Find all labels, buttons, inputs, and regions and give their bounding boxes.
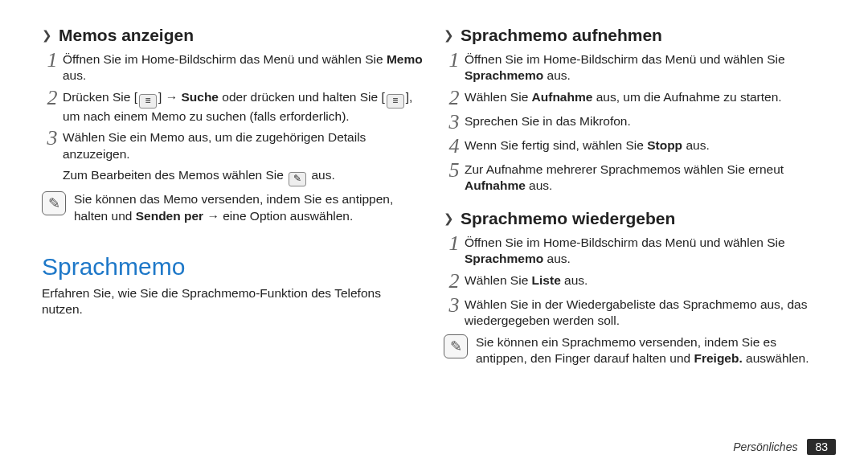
mid: ] →	[158, 90, 181, 104]
step-number: 5	[444, 160, 465, 181]
step-number: 3	[444, 112, 465, 133]
page-footer: Persönliches 83	[733, 439, 836, 455]
step-body: Wählen Sie ein Memo aus, um die zugehöri…	[63, 129, 424, 162]
text: Öffnen Sie im Home-Bildschirm das Menü u…	[465, 52, 785, 66]
step-body: Sprechen Sie in das Mikrofon.	[465, 113, 826, 129]
plain-line: Zum Bearbeiten des Memos wählen Sie ✎ au…	[63, 167, 424, 186]
step: 2 Wählen Sie Aufnahme aus, um die Aufnah…	[444, 89, 826, 109]
bold: Liste	[532, 273, 561, 287]
step: 1 Öffnen Sie im Home-Bildschirm das Menü…	[444, 51, 826, 84]
note-glyph: ✎	[450, 338, 462, 355]
bold: Sprachmemo	[465, 252, 543, 265]
menu-icon: ≡	[139, 94, 157, 109]
step: 3 Sprechen Sie in das Mikrofon.	[444, 113, 826, 133]
step-body: Zur Aufnahme mehrerer Sprachmemos wählen…	[465, 162, 826, 195]
left-column: ❯ Memos anzeigen 1 Öffnen Sie im Home-Bi…	[32, 19, 434, 439]
after: aus.	[543, 252, 571, 265]
note: ✎ Sie können ein Sprachmemo versenden, i…	[444, 334, 826, 367]
step: 1 Öffnen Sie im Home-Bildschirm das Menü…	[444, 235, 826, 268]
bold: Suche	[181, 90, 219, 104]
step-body: Wählen Sie in der Wiedergabeliste das Sp…	[465, 297, 826, 330]
post: aus.	[308, 168, 335, 182]
step-body: Öffnen Sie im Home-Bildschirm das Menü u…	[63, 51, 424, 84]
note-body: Sie können ein Sprachmemo versenden, ind…	[476, 334, 826, 367]
section-title: Sprachmemo wiedergeben	[461, 209, 675, 228]
step-body: Wenn Sie fertig sind, wählen Sie Stopp a…	[465, 137, 826, 154]
section-head-wiedergeben: ❯ Sprachmemo wiedergeben	[444, 209, 826, 228]
step-number: 1	[444, 50, 465, 71]
section-title: Sprachmemo aufnehmen	[461, 26, 662, 45]
step-number: 2	[444, 88, 465, 109]
step-number: 3	[42, 128, 63, 149]
chevron-icon: ❯	[42, 28, 52, 43]
step-body: Öffnen Sie im Home-Bildschirm das Menü u…	[465, 51, 826, 84]
note-body: Sie können das Memo versenden, indem Sie…	[74, 191, 424, 224]
bold: Senden per	[136, 209, 203, 223]
text: Öffnen Sie im Home-Bildschirm das Menü u…	[63, 52, 387, 66]
text: Wählen Sie	[465, 273, 532, 287]
step-body: Wählen Sie Aufnahme aus, um die Aufnahme…	[465, 89, 826, 105]
post: auswählen.	[743, 351, 809, 365]
bold: Aufnahme	[465, 178, 526, 192]
footer-category: Persönliches	[733, 440, 797, 453]
intro-text: Erfahren Sie, wie Sie die Sprachmemo-Fun…	[42, 285, 424, 317]
chevron-icon: ❯	[444, 211, 454, 226]
after: aus.	[63, 68, 86, 82]
step-number: 4	[444, 136, 465, 157]
step-body: Öffnen Sie im Home-Bildschirm das Menü u…	[465, 235, 826, 268]
note-glyph: ✎	[48, 195, 60, 212]
step-number: 3	[444, 295, 465, 316]
step: 2 Wählen Sie Liste aus.	[444, 272, 826, 292]
text: Wählen Sie	[465, 90, 532, 104]
step-number: 2	[42, 88, 63, 109]
text: Zur Aufnahme mehrerer Sprachmemos wählen…	[465, 162, 784, 176]
post: → eine Option auswählen.	[203, 209, 353, 223]
menu-icon: ≡	[387, 94, 404, 109]
after: aus.	[682, 138, 710, 152]
step: 3 Wählen Sie ein Memo aus, um die zugehö…	[42, 129, 424, 162]
edit-icon: ✎	[289, 172, 306, 186]
right-column: ❯ Sprachmemo aufnehmen 1 Öffnen Sie im H…	[434, 19, 836, 439]
note-icon: ✎	[444, 334, 468, 358]
text: Wenn Sie fertig sind, wählen Sie	[465, 138, 647, 152]
note: ✎ Sie können das Memo versenden, indem S…	[42, 191, 424, 224]
mid2: oder drücken und halten Sie [	[219, 90, 385, 104]
step: 2 Drücken Sie [≡] → Suche oder drücken u…	[42, 89, 424, 125]
bold: Freigeb.	[694, 351, 742, 365]
section-head-aufnehmen: ❯ Sprachmemo aufnehmen	[444, 26, 826, 45]
section-title: Memos anzeigen	[59, 26, 194, 45]
steps-aufnehmen: 1 Öffnen Sie im Home-Bildschirm das Menü…	[444, 51, 826, 195]
step-number: 2	[444, 271, 465, 292]
bold: Memo	[387, 52, 423, 66]
chevron-icon: ❯	[444, 28, 454, 43]
after: aus.	[561, 273, 588, 287]
text: Öffnen Sie im Home-Bildschirm das Menü u…	[465, 236, 785, 249]
page: ❯ Memos anzeigen 1 Öffnen Sie im Home-Bi…	[0, 0, 868, 471]
steps-wiedergeben: 1 Öffnen Sie im Home-Bildschirm das Menü…	[444, 235, 826, 330]
after: aus.	[526, 178, 553, 192]
step: 1 Öffnen Sie im Home-Bildschirm das Menü…	[42, 51, 424, 84]
bold: Sprachmemo	[465, 68, 543, 82]
pre: Drücken Sie [	[63, 90, 137, 104]
page-number: 83	[807, 439, 836, 455]
steps-memos-anzeigen: 1 Öffnen Sie im Home-Bildschirm das Menü…	[42, 51, 424, 224]
after: aus, um die Aufnahme zu starten.	[592, 90, 781, 104]
step-number: 1	[42, 50, 63, 71]
bold: Aufnahme	[532, 90, 593, 104]
note-icon: ✎	[42, 191, 66, 215]
step-number: 1	[444, 233, 465, 254]
step: 5 Zur Aufnahme mehrerer Sprachmemos wähl…	[444, 162, 826, 195]
heading-sprachmemo: Sprachmemo	[42, 253, 424, 281]
step: 3 Wählen Sie in der Wiedergabeliste das …	[444, 297, 826, 330]
bold: Stopp	[647, 138, 682, 152]
section-head-memos-anzeigen: ❯ Memos anzeigen	[42, 26, 424, 45]
step: 4 Wenn Sie fertig sind, wählen Sie Stopp…	[444, 137, 826, 157]
pre: Zum Bearbeiten des Memos wählen Sie	[63, 168, 287, 182]
step-body: Drücken Sie [≡] → Suche oder drücken und…	[63, 89, 424, 125]
step-body: Wählen Sie Liste aus.	[465, 272, 826, 289]
after: aus.	[543, 68, 571, 82]
